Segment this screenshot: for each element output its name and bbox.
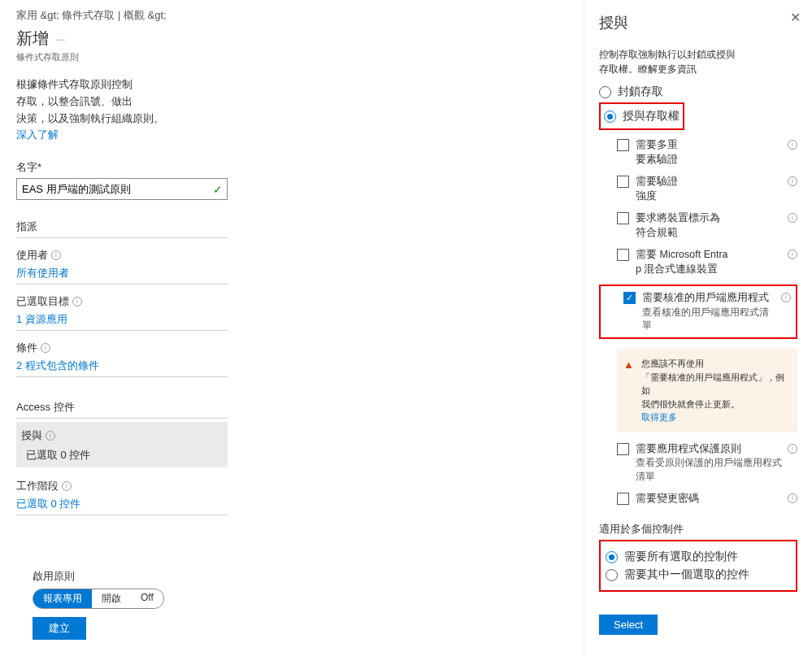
require-all-controls-radio[interactable]: 需要所有選取的控制件 (606, 550, 791, 564)
info-icon[interactable]: i (51, 250, 61, 260)
name-label: 名字 (16, 160, 567, 175)
deprecation-warning: ▲ 您應該不再使用 「需要核准的用戶端應用程式」，例如 我們很快就會停止更新。 … (617, 349, 797, 432)
page-title: 新增 (16, 28, 49, 50)
radio-icon (606, 551, 618, 563)
policy-description: 根據條件式存取原則控制 存取，以整合訊號、做出 決策，以及強制執行組織原則。 深… (16, 76, 228, 144)
checkbox-icon (617, 176, 629, 188)
info-icon[interactable]: i (788, 176, 797, 186)
assignments-header: 指派 (16, 219, 228, 238)
policy-name-input[interactable] (16, 178, 228, 200)
create-button[interactable]: 建立 (33, 617, 86, 640)
require-app-protection-checkbox[interactable]: 需要應用程式保護原則 查看受原則保護的用戶端應用程式 清單 i (617, 442, 797, 484)
info-icon[interactable]: i (788, 250, 797, 259)
info-icon[interactable]: i (781, 293, 791, 302)
checkbox-icon (617, 493, 629, 505)
enable-policy-label: 啟用原則 (33, 569, 164, 584)
panel-description: 控制存取強制執行以封鎖或授與 存取權。瞭解更多資訊 (599, 47, 797, 76)
conditions-value-link[interactable]: 2 程式包含的條件 (16, 358, 228, 377)
select-button[interactable]: Select (599, 615, 658, 635)
warning-learn-more-link[interactable]: 取得更多 (641, 412, 677, 422)
targets-value-link[interactable]: 1 資源應用 (16, 312, 228, 331)
learn-more-link[interactable]: 深入了解 (16, 128, 59, 141)
users-value-link[interactable]: 所有使用者 (16, 266, 228, 285)
info-icon[interactable]: i (788, 493, 797, 503)
grant-access-radio[interactable]: 授與存取權 (604, 109, 680, 124)
warning-icon: ▲ (623, 357, 634, 373)
seg-off[interactable]: Off (131, 589, 163, 608)
users-label: 使用者 i (16, 248, 567, 263)
multiple-controls-label: 適用於多個控制件 (599, 522, 797, 537)
checkbox-icon (617, 139, 629, 151)
session-label: 工作階段 i (16, 479, 567, 493)
radio-icon (604, 111, 616, 123)
info-icon[interactable]: i (41, 343, 50, 353)
check-icon: ✓ (213, 183, 223, 196)
page-subtitle: 條件式存取原則 (16, 51, 567, 63)
info-icon[interactable]: i (788, 444, 797, 454)
checkbox-icon (617, 443, 629, 455)
block-access-radio[interactable]: 封鎖存取 (599, 85, 797, 99)
breadcrumb: 家用 &gt; 條件式存取 | 概觀 &gt; (16, 8, 567, 23)
require-mfa-checkbox[interactable]: 需要多重 要素驗證 i (617, 138, 797, 167)
session-value-link[interactable]: 已選取 0 控件 (16, 497, 228, 515)
targets-label: 已選取目標 i (16, 294, 567, 309)
info-icon[interactable]: i (62, 481, 72, 491)
conditions-label: 條件 i (16, 341, 567, 355)
radio-icon (606, 569, 618, 581)
access-controls-header: Access 控件 (16, 400, 228, 419)
require-one-control-radio[interactable]: 需要其中一個選取的控件 (606, 567, 791, 582)
info-icon[interactable]: i (72, 297, 82, 306)
more-menu-icon[interactable]: … (49, 31, 72, 43)
info-icon[interactable]: i (788, 140, 797, 150)
seg-on[interactable]: 開啟 (92, 589, 131, 608)
require-approved-app-checkbox[interactable]: ✓ 需要核准的用戶端應用程式 查看核准的用戶端應用程式清單 i (606, 291, 791, 332)
require-password-change-checkbox[interactable]: 需要變更密碼 i (617, 492, 797, 506)
enable-policy-toggle[interactable]: 報表專用 開啟 Off (33, 589, 164, 609)
require-compliant-device-checkbox[interactable]: 要求將裝置標示為 符合規範 i (617, 211, 797, 240)
info-icon[interactable]: i (46, 431, 55, 441)
checkbox-checked-icon: ✓ (623, 292, 636, 304)
grant-row[interactable]: 授與 i 已選取 0 控件 (16, 422, 228, 467)
seg-report-only[interactable]: 報表專用 (33, 589, 92, 608)
close-icon[interactable]: ✕ (790, 10, 801, 25)
checkbox-icon (617, 249, 629, 261)
require-entra-hybrid-checkbox[interactable]: 需要 Microsoft Entra p 混合式連線裝置 i (617, 248, 797, 276)
panel-title: 授與 (599, 13, 797, 33)
breadcrumb-home[interactable]: 家用 &gt; (16, 9, 59, 21)
checkbox-icon (617, 212, 629, 224)
info-icon[interactable]: i (788, 213, 797, 223)
breadcrumb-ca[interactable]: 條件式存取 | 概觀 &gt; (62, 9, 166, 21)
require-auth-strength-checkbox[interactable]: 需要驗證 強度 i (617, 175, 797, 203)
radio-icon (599, 86, 611, 98)
